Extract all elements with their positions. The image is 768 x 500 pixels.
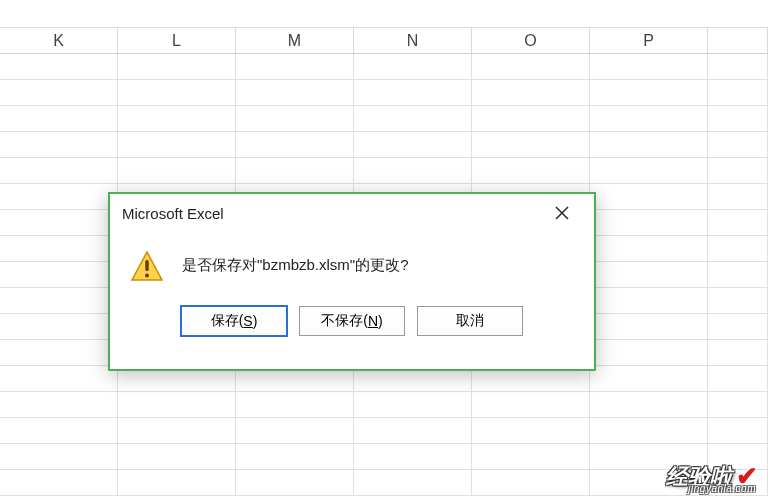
cell[interactable] [708, 288, 768, 313]
cell[interactable] [590, 366, 708, 391]
cell[interactable] [708, 106, 768, 131]
column-header[interactable]: K [0, 28, 118, 53]
cell[interactable] [0, 288, 118, 313]
cell[interactable] [236, 54, 354, 79]
column-header[interactable]: N [354, 28, 472, 53]
cell[interactable] [0, 314, 118, 339]
cell[interactable] [118, 418, 236, 443]
cell[interactable] [0, 80, 118, 105]
cell[interactable] [590, 392, 708, 417]
cell[interactable] [236, 132, 354, 157]
cell[interactable] [0, 106, 118, 131]
cell[interactable] [0, 158, 118, 183]
cell[interactable] [354, 470, 472, 495]
cell[interactable] [0, 54, 118, 79]
cell[interactable] [708, 392, 768, 417]
cell[interactable] [472, 132, 590, 157]
cell[interactable] [472, 392, 590, 417]
cell[interactable] [236, 158, 354, 183]
cell[interactable] [118, 132, 236, 157]
cell[interactable] [354, 132, 472, 157]
cell[interactable] [354, 392, 472, 417]
cell[interactable] [708, 314, 768, 339]
dont-save-button[interactable]: 不保存(N) [299, 306, 405, 336]
cell[interactable] [354, 418, 472, 443]
cell[interactable] [236, 80, 354, 105]
cell[interactable] [0, 418, 118, 443]
cell[interactable] [472, 54, 590, 79]
cell[interactable] [118, 444, 236, 469]
cell[interactable] [354, 444, 472, 469]
save-button[interactable]: 保存(S) [181, 306, 287, 336]
cell[interactable] [472, 444, 590, 469]
cell[interactable] [708, 158, 768, 183]
cell[interactable] [354, 106, 472, 131]
cell[interactable] [236, 418, 354, 443]
cell[interactable] [590, 288, 708, 313]
cell[interactable] [472, 470, 590, 495]
cell[interactable] [0, 366, 118, 391]
cell[interactable] [472, 418, 590, 443]
cell[interactable] [708, 340, 768, 365]
cell[interactable] [118, 54, 236, 79]
cell[interactable] [708, 418, 768, 443]
cell[interactable] [118, 158, 236, 183]
cell[interactable] [708, 132, 768, 157]
cell[interactable] [0, 470, 118, 495]
cell[interactable] [590, 262, 708, 287]
cell[interactable] [0, 184, 118, 209]
cell[interactable] [354, 54, 472, 79]
dialog-body: 是否保存对"bzmbzb.xlsm"的更改? [110, 232, 594, 292]
cell[interactable] [0, 236, 118, 261]
cell[interactable] [472, 158, 590, 183]
cell[interactable] [590, 106, 708, 131]
cell[interactable] [236, 392, 354, 417]
watermark-url: jingyanla.com [688, 483, 756, 494]
cell[interactable] [708, 366, 768, 391]
dialog-titlebar: Microsoft Excel [110, 194, 594, 232]
cell[interactable] [590, 184, 708, 209]
cell[interactable] [590, 54, 708, 79]
cell[interactable] [0, 340, 118, 365]
cell[interactable] [118, 470, 236, 495]
column-header[interactable] [708, 28, 768, 53]
cell[interactable] [354, 158, 472, 183]
column-header[interactable]: M [236, 28, 354, 53]
close-button[interactable] [542, 198, 582, 228]
cell[interactable] [354, 80, 472, 105]
cell[interactable] [472, 106, 590, 131]
cell[interactable] [590, 158, 708, 183]
cell[interactable] [590, 210, 708, 235]
cell[interactable] [708, 262, 768, 287]
cell[interactable] [590, 340, 708, 365]
column-label: K [53, 32, 64, 50]
cell[interactable] [118, 80, 236, 105]
cell[interactable] [0, 444, 118, 469]
cell[interactable] [708, 210, 768, 235]
cell[interactable] [590, 132, 708, 157]
column-header[interactable]: O [472, 28, 590, 53]
cell[interactable] [472, 80, 590, 105]
dialog-buttons: 保存(S) 不保存(N) 取消 [110, 292, 594, 336]
cell[interactable] [0, 132, 118, 157]
cell[interactable] [236, 470, 354, 495]
cell[interactable] [708, 54, 768, 79]
column-header[interactable]: L [118, 28, 236, 53]
cell[interactable] [708, 184, 768, 209]
cell[interactable] [0, 210, 118, 235]
cell[interactable] [590, 418, 708, 443]
cell[interactable] [236, 106, 354, 131]
cell[interactable] [590, 80, 708, 105]
cell[interactable] [0, 392, 118, 417]
cell[interactable] [118, 392, 236, 417]
column-label: P [643, 32, 654, 50]
cell[interactable] [236, 444, 354, 469]
cancel-button[interactable]: 取消 [417, 306, 523, 336]
cell[interactable] [0, 262, 118, 287]
cell[interactable] [590, 236, 708, 261]
cell[interactable] [118, 106, 236, 131]
cell[interactable] [590, 314, 708, 339]
column-header[interactable]: P [590, 28, 708, 53]
cell[interactable] [708, 80, 768, 105]
cell[interactable] [708, 236, 768, 261]
